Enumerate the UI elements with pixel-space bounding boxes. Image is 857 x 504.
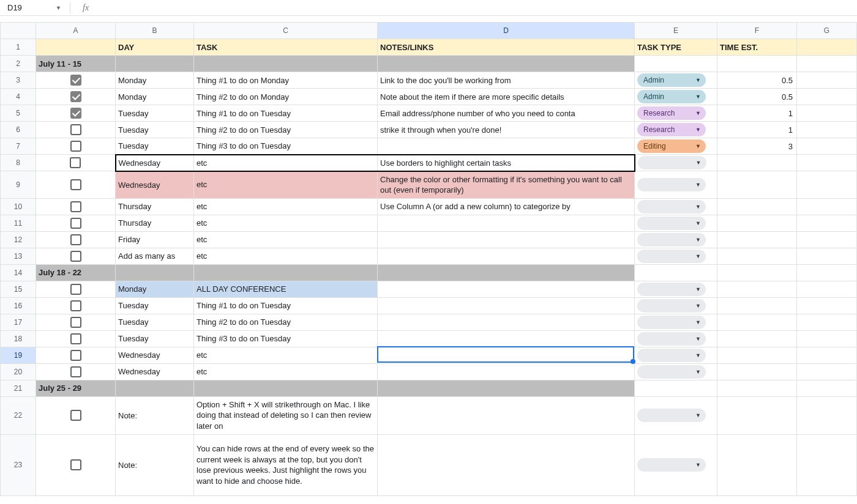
cell-G23[interactable] <box>797 434 857 495</box>
cell-B12[interactable]: Friday <box>116 231 194 248</box>
cell-G4[interactable] <box>797 89 857 105</box>
cell-F3[interactable]: 0.5 <box>717 72 797 89</box>
row-header[interactable]: 19 <box>1 347 36 363</box>
cell-C19[interactable]: etc <box>194 347 378 363</box>
task-type-chip[interactable]: ▼ <box>637 233 706 246</box>
cell-F23[interactable] <box>717 434 797 495</box>
task-checkbox[interactable] <box>70 350 81 361</box>
cell-E18[interactable]: ▼ <box>635 330 717 347</box>
task-checkbox[interactable] <box>70 317 81 328</box>
cell-A6[interactable] <box>36 122 116 138</box>
cell-C16[interactable]: Thing #1 to do on Tuesday <box>194 297 378 314</box>
task-checkbox[interactable] <box>70 141 81 152</box>
cell-F15[interactable] <box>717 281 797 297</box>
task-checkbox[interactable] <box>70 300 81 311</box>
cell-F8[interactable] <box>717 155 797 171</box>
task-checkbox[interactable] <box>70 108 81 119</box>
cell-D14[interactable] <box>378 264 635 281</box>
cell-E23[interactable]: ▼ <box>635 434 717 495</box>
cell-B1[interactable]: DAY <box>116 39 194 56</box>
task-checkbox[interactable] <box>70 157 81 168</box>
cell-B8[interactable]: Wednesday <box>116 155 194 171</box>
cell-B4[interactable]: Monday <box>116 89 194 105</box>
cell-C9[interactable]: etc <box>194 171 378 199</box>
column-header-B[interactable]: B <box>116 23 194 39</box>
cell-C8[interactable]: etc <box>194 155 378 171</box>
cell-E1[interactable]: TASK TYPE <box>635 39 717 56</box>
cell-E8[interactable]: ▼ <box>635 155 717 171</box>
cell-B14[interactable] <box>116 264 194 281</box>
column-header-D[interactable]: D <box>378 23 635 39</box>
cell-F22[interactable] <box>717 396 797 434</box>
cell-F13[interactable] <box>717 248 797 264</box>
cell-D5[interactable]: Email address/phone number of who you ne… <box>378 105 635 122</box>
cell-G12[interactable] <box>797 231 857 248</box>
cell-D3[interactable]: Link to the doc you'll be working from <box>378 72 635 89</box>
cell-A7[interactable] <box>36 138 116 155</box>
cell-A19[interactable] <box>36 347 116 363</box>
cell-B10[interactable]: Thursday <box>116 198 194 215</box>
cell-C20[interactable]: etc <box>194 363 378 380</box>
cell-G18[interactable] <box>797 330 857 347</box>
cell-E15[interactable]: ▼ <box>635 281 717 297</box>
cell-C3[interactable]: Thing #1 to do on Monday <box>194 72 378 89</box>
row-header[interactable]: 12 <box>1 231 36 248</box>
cell-B16[interactable]: Tuesday <box>116 297 194 314</box>
cell-E5[interactable]: Research▼ <box>635 105 717 122</box>
cell-E21[interactable] <box>635 380 717 396</box>
cell-A16[interactable] <box>36 297 116 314</box>
cell-G1[interactable] <box>797 39 857 56</box>
cell-D8[interactable]: Use borders to highlight certain tasks <box>378 155 635 171</box>
task-checkbox[interactable] <box>70 75 81 86</box>
cell-C18[interactable]: Thing #3 to do on Tuesday <box>194 330 378 347</box>
cell-E9[interactable]: ▼ <box>635 171 717 199</box>
cell-G15[interactable] <box>797 281 857 297</box>
cell-F6[interactable]: 1 <box>717 122 797 138</box>
cell-E7[interactable]: Editing▼ <box>635 138 717 155</box>
cell-E11[interactable]: ▼ <box>635 215 717 231</box>
cell-F14[interactable] <box>717 264 797 281</box>
cell-E22[interactable]: ▼ <box>635 396 717 434</box>
cell-A5[interactable] <box>36 105 116 122</box>
task-type-chip[interactable]: ▼ <box>637 332 706 346</box>
cell-C10[interactable]: etc <box>194 198 378 215</box>
row-header[interactable]: 9 <box>1 171 36 199</box>
cell-F4[interactable]: 0.5 <box>717 89 797 105</box>
task-checkbox[interactable] <box>70 410 81 421</box>
cell-B22[interactable]: Note: <box>116 396 194 434</box>
cell-A12[interactable] <box>36 231 116 248</box>
column-header-E[interactable]: E <box>635 23 717 39</box>
cell-G16[interactable] <box>797 297 857 314</box>
select-all-corner[interactable] <box>1 23 36 39</box>
cell-C4[interactable]: Thing #2 to do on Monday <box>194 89 378 105</box>
cell-A8[interactable] <box>36 155 116 171</box>
cell-E12[interactable]: ▼ <box>635 231 717 248</box>
cell-F9[interactable] <box>717 171 797 199</box>
cell-G8[interactable] <box>797 155 857 171</box>
cell-A17[interactable] <box>36 314 116 330</box>
cell-G13[interactable] <box>797 248 857 264</box>
cell-F11[interactable] <box>717 215 797 231</box>
cell-A13[interactable] <box>36 248 116 264</box>
cell-D22[interactable] <box>378 396 635 434</box>
column-header-A[interactable]: A <box>36 23 116 39</box>
task-checkbox[interactable] <box>70 124 81 135</box>
cell-B11[interactable]: Thursday <box>116 215 194 231</box>
cell-E19[interactable]: ▼ <box>635 347 717 363</box>
cell-G21[interactable] <box>797 380 857 396</box>
cell-C1[interactable]: TASK <box>194 39 378 56</box>
row-header[interactable]: 10 <box>1 198 36 215</box>
cell-E14[interactable] <box>635 264 717 281</box>
cell-B3[interactable]: Monday <box>116 72 194 89</box>
cell-D10[interactable]: Use Column A (or add a new column) to ca… <box>378 198 635 215</box>
row-header[interactable]: 3 <box>1 72 36 89</box>
row-header[interactable]: 23 <box>1 434 36 495</box>
cell-B20[interactable]: Wednesday <box>116 363 194 380</box>
cell-C22[interactable]: Option + Shift + X will strikethrough on… <box>194 396 378 434</box>
cell-E16[interactable]: ▼ <box>635 297 717 314</box>
cell-C6[interactable]: Thing #2 to do on Tuesday <box>194 122 378 138</box>
row-header[interactable]: 18 <box>1 330 36 347</box>
cell-C17[interactable]: Thing #2 to do on Tuesday <box>194 314 378 330</box>
cell-G19[interactable] <box>797 347 857 363</box>
cell-G20[interactable] <box>797 363 857 380</box>
